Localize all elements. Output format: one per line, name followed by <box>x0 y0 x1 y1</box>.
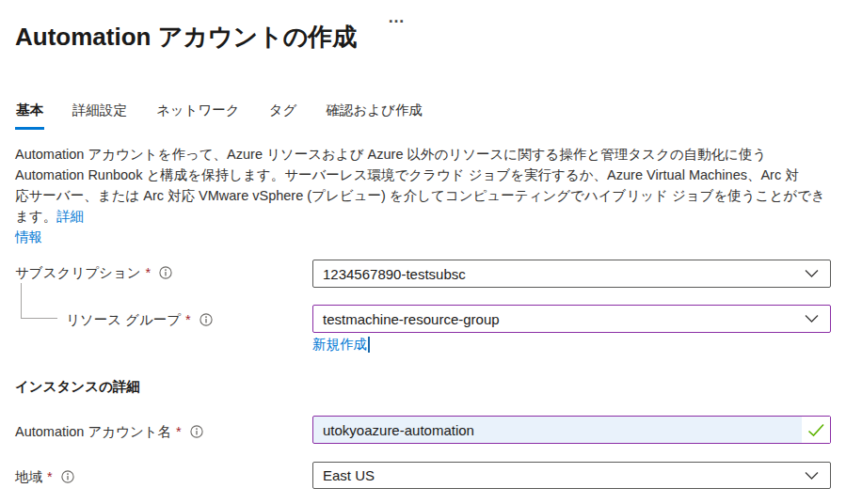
tree-connector-horizontal <box>21 318 57 319</box>
region-value: East US <box>313 467 805 483</box>
validation-check-icon <box>802 417 830 443</box>
blade-description: Automation アカウントを作って、Azure リソースおよび Azure… <box>15 144 832 247</box>
chevron-down-icon <box>805 269 830 278</box>
info-icon[interactable] <box>200 313 213 326</box>
resource-group-value: testmachine-resource-group <box>313 311 805 327</box>
create-automation-account-page: Automation アカウントの作成 … 基本 詳細設定 ネットワーク タグ … <box>0 0 846 504</box>
region-label: 地域 * <box>15 467 74 486</box>
tab-advanced[interactable]: 詳細設定 <box>72 100 128 130</box>
description-line: Automation アカウントを作って、Azure リソースおよび Azure… <box>15 144 832 165</box>
tab-networking[interactable]: ネットワーク <box>155 100 241 130</box>
required-asterisk: * <box>176 424 182 439</box>
learn-more-link[interactable]: 情報 <box>15 229 42 244</box>
tab-review-create[interactable]: 確認および作成 <box>325 100 423 130</box>
account-name-label: Automation アカウント名 * <box>15 422 203 441</box>
learn-more-link[interactable]: 詳細 <box>56 209 84 224</box>
instance-details-heading: インスタンスの詳細 <box>15 378 140 396</box>
description-line: 応サーバー、または Arc 対応 VMware vSphere (プレビュー) … <box>15 185 832 227</box>
page-title: Automation アカウントの作成 <box>15 21 357 54</box>
text-caret <box>368 337 370 353</box>
chevron-down-icon <box>805 314 830 323</box>
info-icon[interactable] <box>61 470 74 483</box>
info-icon[interactable] <box>159 266 172 279</box>
info-icon[interactable] <box>190 425 203 438</box>
tab-basics[interactable]: 基本 <box>15 100 44 130</box>
create-new-link[interactable]: 新規作成 <box>312 336 367 354</box>
required-asterisk: * <box>185 312 191 327</box>
context-menu-ellipsis-icon[interactable]: … <box>388 8 407 27</box>
resource-group-dropdown[interactable]: testmachine-resource-group <box>312 305 831 333</box>
resource-group-label: リソース グループ * <box>66 310 213 329</box>
description-line: Automation Runbook と構成を保持します。サーバーレス環境でクラ… <box>15 165 832 185</box>
wizard-tabs: 基本 詳細設定 ネットワーク タグ 確認および作成 <box>15 100 451 130</box>
tree-connector-vertical <box>21 283 22 319</box>
subscription-value: 1234567890-testsubsc <box>313 266 805 282</box>
account-name-input[interactable] <box>313 417 802 443</box>
subscription-dropdown[interactable]: 1234567890-testsubsc <box>312 260 831 288</box>
subscription-label: サブスクリプション * <box>15 263 172 282</box>
region-dropdown[interactable]: East US <box>312 462 831 489</box>
account-name-field <box>312 416 831 444</box>
create-new-row: 新規作成 <box>312 336 370 354</box>
chevron-down-icon <box>805 471 830 480</box>
tab-tags[interactable]: タグ <box>268 100 298 130</box>
required-asterisk: * <box>47 469 53 484</box>
required-asterisk: * <box>146 265 152 280</box>
description-line: 情報 <box>15 227 832 247</box>
